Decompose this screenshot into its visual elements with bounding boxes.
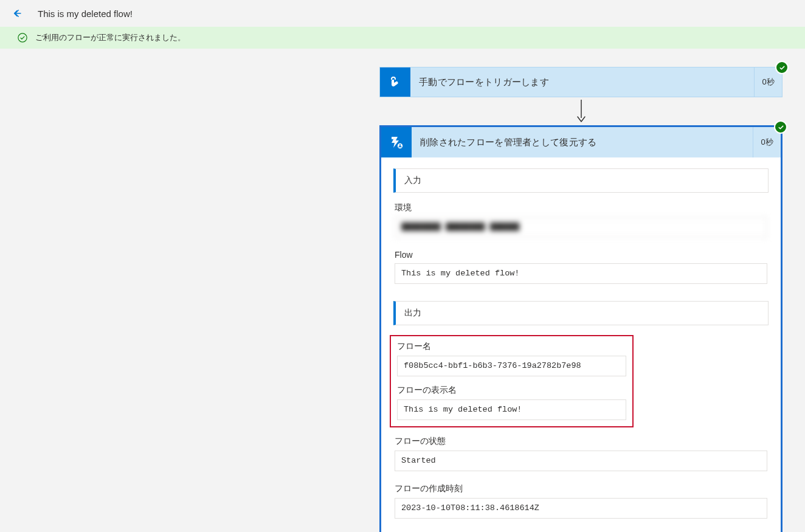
input-flow-label: Flow (395, 250, 767, 260)
trigger-title: 手動でフローをトリガーします (410, 67, 754, 97)
action-icon-box (381, 127, 412, 157)
input-environment-label: 環境 (395, 202, 767, 213)
flow-column: 手動でフローをトリガーします 0秒 (379, 67, 783, 532)
page-title: This is my deleted flow! (38, 9, 133, 19)
svg-point-4 (399, 144, 401, 146)
output-flowcreated-value[interactable]: 2023-10-10T08:11:38.4618614Z (395, 498, 767, 519)
output-flowstate-field: フローの状態 Started (393, 436, 769, 471)
check-circle-icon (17, 32, 28, 43)
output-flowdisplayname-label: フローの表示名 (397, 385, 626, 396)
flow-admin-icon (389, 135, 404, 150)
trigger-card[interactable]: 手動でフローをトリガーします 0秒 (379, 67, 783, 97)
trigger-success-badge (775, 61, 789, 74)
output-flowname-field: フロー名 f08b5cc4-bbf1-b6b3-7376-19a2782b7e9… (396, 341, 627, 376)
action-header[interactable]: 削除されたフローを管理者として復元する 0秒 (381, 127, 781, 157)
svg-point-1 (18, 33, 27, 42)
action-body: 入力 環境 ████████ ████████ ██████ Flow This… (381, 157, 781, 532)
output-highlight-box: フロー名 f08b5cc4-bbf1-b6b3-7376-19a2782b7e9… (390, 335, 634, 427)
header-bar: This is my deleted flow! (0, 0, 805, 27)
flow-canvas: 手動でフローをトリガーします 0秒 (0, 49, 805, 71)
output-flowcreated-label: フローの作成時刻 (395, 483, 767, 494)
output-flowstate-value[interactable]: Started (395, 451, 767, 471)
back-button[interactable] (5, 1, 29, 26)
action-title: 削除されたフローを管理者として復元する (412, 127, 753, 157)
output-flowdisplayname-field: フローの表示名 This is my deleted flow! (396, 385, 627, 420)
check-icon (778, 124, 784, 131)
input-flow-field: Flow This is my deleted flow! (393, 250, 769, 284)
output-section-header[interactable]: 出力 (393, 301, 769, 325)
output-flowname-value[interactable]: f08b5cc4-bbf1-b6b3-7376-19a2782b7e98 (397, 356, 626, 376)
arrow-left-icon (12, 8, 22, 19)
success-banner: ご利用のフローが正常に実行されました。 (0, 27, 805, 49)
input-flow-value[interactable]: This is my deleted flow! (395, 263, 767, 284)
banner-message: ご利用のフローが正常に実行されました。 (35, 32, 185, 43)
arrow-down-icon (575, 100, 587, 124)
touch-icon (388, 75, 402, 89)
output-flowname-label: フロー名 (397, 341, 626, 352)
trigger-icon-box (380, 67, 410, 97)
input-environment-value[interactable]: ████████ ████████ ██████ (395, 217, 767, 238)
check-icon (779, 64, 786, 71)
input-environment-field: 環境 ████████ ████████ ██████ (393, 202, 769, 238)
action-success-badge (774, 120, 787, 134)
action-card[interactable]: 削除されたフローを管理者として復元する 0秒 入力 環境 ████████ ██… (379, 125, 783, 532)
output-flowdisplayname-value[interactable]: This is my deleted flow! (397, 399, 626, 420)
connector-arrow (379, 97, 783, 125)
output-flowcreated-field: フローの作成時刻 2023-10-10T08:11:38.4618614Z (393, 483, 769, 519)
input-section-header[interactable]: 入力 (393, 168, 769, 193)
output-flowstate-label: フローの状態 (395, 436, 767, 447)
